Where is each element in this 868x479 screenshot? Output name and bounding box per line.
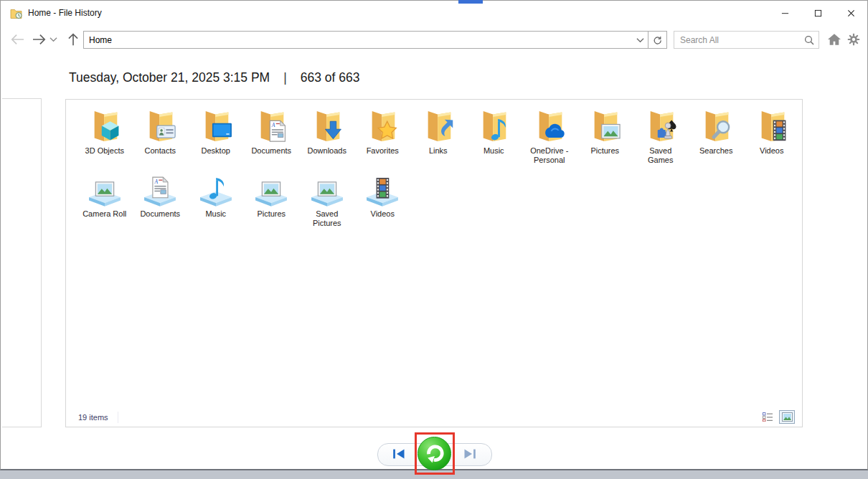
up-button[interactable]: [67, 32, 80, 46]
status-divider: [118, 412, 118, 423]
recent-locations-button[interactable]: [49, 37, 57, 42]
window-title: Home - File History: [28, 8, 102, 18]
snapshot-header: Tuesday, October 21, 2025 3:15 PM | 663 …: [69, 70, 359, 85]
library-label: Documents: [140, 209, 180, 219]
library-pictures-icon: [308, 170, 346, 209]
address-dropdown-icon[interactable]: [636, 37, 644, 43]
address-bar[interactable]: [83, 31, 648, 49]
annotation-highlight: [415, 432, 455, 475]
folder-contacts-icon: [141, 107, 179, 146]
folder-music-icon: [474, 107, 513, 146]
details-view-icon: [763, 412, 773, 422]
home-button[interactable]: [827, 33, 841, 46]
folder-label: Links: [429, 146, 448, 156]
refresh-button[interactable]: [648, 31, 667, 49]
snapshot-separator: |: [283, 70, 287, 85]
library-label: Videos: [371, 209, 395, 219]
library-label: Pictures: [257, 209, 286, 219]
folder-item[interactable]: Music: [466, 107, 522, 156]
maximize-button[interactable]: [801, 1, 834, 25]
next-version-button[interactable]: [462, 448, 477, 460]
caption-buttons: [768, 1, 867, 25]
file-history-app-icon: [10, 7, 22, 19]
close-icon: [847, 9, 855, 17]
folder-favorites-icon: [363, 107, 402, 146]
search-box[interactable]: [674, 31, 819, 49]
minimize-button[interactable]: [768, 1, 801, 25]
folder-item[interactable]: Pictures: [577, 107, 633, 156]
details-view-button[interactable]: [760, 410, 775, 424]
folder-3d-objects-icon: [85, 107, 124, 146]
folder-onedrive-icon: [530, 107, 569, 146]
address-input[interactable]: [84, 32, 634, 48]
folder-item[interactable]: A Documents: [244, 107, 300, 156]
folder-label: Downloads: [308, 146, 346, 156]
folder-videos-icon: [753, 107, 791, 146]
folder-desktop-icon: [197, 107, 235, 146]
large-icons-view-icon: [782, 412, 793, 422]
library-item[interactable]: Camera Roll: [77, 170, 133, 219]
snapshot-date: Tuesday, October 21, 2025 3:15 PM: [69, 70, 270, 85]
folder-label: Music: [483, 146, 504, 156]
back-button[interactable]: [10, 33, 24, 46]
folder-saved-games-icon: [641, 107, 680, 146]
top-accent-strip: [458, 0, 483, 4]
status-bar: 19 items: [66, 407, 802, 427]
folder-label: Saved Games: [638, 146, 683, 165]
previous-version-button[interactable]: [392, 448, 407, 460]
library-pictures-icon: [252, 170, 291, 209]
item-count: 19 items: [78, 413, 108, 422]
folder-label: Searches: [699, 146, 732, 156]
library-music-icon: [197, 170, 235, 209]
library-pictures-icon: [85, 170, 124, 209]
library-documents-icon: A: [141, 170, 179, 209]
folder-label: OneDrive - Personal: [527, 146, 572, 165]
library-label: Saved Pictures: [305, 209, 349, 228]
folder-searches-icon: [697, 107, 735, 146]
folder-item[interactable]: Searches: [689, 107, 745, 156]
library-label: Camera Roll: [82, 209, 126, 219]
library-item[interactable]: Pictures: [244, 170, 300, 219]
folder-downloads-icon: [308, 107, 346, 146]
folder-documents-icon: A: [252, 107, 291, 146]
folder-item[interactable]: Desktop: [188, 107, 244, 156]
navigation-toolbar: [1, 25, 867, 54]
folder-label: Favorites: [367, 146, 399, 156]
search-input[interactable]: [674, 32, 804, 48]
title-bar[interactable]: Home - File History: [1, 1, 867, 25]
folder-label: Videos: [760, 146, 783, 156]
folder-item[interactable]: Videos: [744, 107, 800, 156]
library-item[interactable]: Music: [188, 170, 244, 219]
maximize-icon: [814, 9, 822, 17]
close-button[interactable]: [834, 1, 867, 25]
svg-text:A: A: [154, 179, 159, 185]
settings-button[interactable]: [846, 33, 861, 46]
snapshot-panel: 3D Objects Contacts Desktop A Documents: [65, 99, 803, 427]
file-history-window: Home - File History Tuesday, October 21,…: [0, 0, 868, 470]
folder-label: Desktop: [202, 146, 230, 156]
large-icons-view-button[interactable]: [779, 410, 795, 424]
folder-item[interactable]: Downloads: [299, 107, 355, 156]
forward-button[interactable]: [32, 33, 47, 46]
folder-item[interactable]: 3D Objects: [77, 107, 133, 156]
search-icon: [804, 35, 814, 45]
folder-grid-row-2: Camera Roll A Documents Music Pictures: [66, 170, 802, 233]
view-toggle-group: [760, 410, 795, 424]
folder-item[interactable]: Favorites: [355, 107, 411, 156]
library-item[interactable]: Videos: [355, 170, 411, 219]
folder-item[interactable]: Contacts: [133, 107, 189, 156]
folder-grid-row-1: 3D Objects Contacts Desktop A Documents: [66, 107, 802, 170]
minimize-icon: [781, 9, 789, 17]
previous-snapshot-edge: [2, 98, 42, 427]
library-item[interactable]: Saved Pictures: [299, 170, 355, 228]
library-item[interactable]: A Documents: [133, 170, 189, 219]
library-label: Music: [205, 209, 226, 219]
folder-item[interactable]: Saved Games: [633, 107, 689, 165]
snapshot-position: 663 of 663: [301, 70, 360, 85]
folder-label: Documents: [251, 146, 291, 156]
folder-item[interactable]: OneDrive - Personal: [522, 107, 577, 165]
folder-item[interactable]: Links: [410, 107, 466, 156]
svg-text:A: A: [271, 122, 275, 128]
refresh-icon: [653, 35, 662, 45]
folder-pictures-icon: [585, 107, 624, 146]
